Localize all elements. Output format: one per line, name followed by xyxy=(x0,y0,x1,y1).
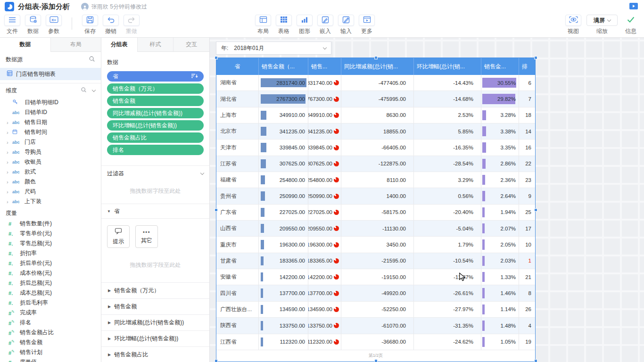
collapsed-field-section[interactable]: ▶销售金额（万元） xyxy=(101,283,209,299)
table-button[interactable]: 表格 xyxy=(273,15,294,35)
measure-item[interactable]: #.折扣率 xyxy=(0,248,101,258)
measure-item[interactable]: #.零售总额(元) xyxy=(0,239,101,248)
measure-item[interactable]: #.度量值 xyxy=(0,357,101,362)
dimension-item[interactable]: 日销单明细ID xyxy=(0,98,101,107)
measure-item[interactable]: #销售数量(件) xyxy=(0,219,101,229)
table-row[interactable]: 重庆市196300.00196300.003450.001.79%2.05%10 xyxy=(216,237,535,253)
field-pill-measure[interactable]: 销售金额 xyxy=(107,96,204,106)
table-header-cell[interactable]: 销售... xyxy=(308,58,341,75)
search-icon[interactable] xyxy=(81,87,87,94)
table-row[interactable]: 湖南省2831740.002831740.00-477405.00-14.43%… xyxy=(216,75,535,91)
measure-item[interactable]: #.零售单价(元) xyxy=(0,229,101,239)
info-button[interactable]: 信息 xyxy=(620,15,641,35)
zoom-select[interactable]: 满屏 缩放 xyxy=(584,15,620,35)
tab-grouped-table[interactable]: 分组表 xyxy=(101,38,137,52)
dimension-item[interactable]: ›abc上下装 xyxy=(0,197,101,206)
tooltip-button[interactable]: 提示 xyxy=(107,225,130,248)
year-filter-widget[interactable]: 年: 2018年01月 xyxy=(216,41,331,55)
expand-arrow-icon[interactable]: › xyxy=(7,120,12,125)
measure-item[interactable]: #✎销售金额占比 xyxy=(0,328,101,337)
redo-button[interactable]: 重做 xyxy=(121,15,142,35)
resize-handle[interactable] xyxy=(215,208,218,212)
table-row[interactable]: 陕西省133750.00133750.00-61070.00-31.35%1.4… xyxy=(216,318,535,334)
resize-handle[interactable] xyxy=(215,56,218,59)
table-row[interactable]: 山西省209550.00209550.00-11130.00-5.04%2.07… xyxy=(216,221,535,237)
dimension-item[interactable]: ›abc款式 xyxy=(0,167,101,177)
collapsed-field-section[interactable]: ▶同比增减额(总计(销售金额)) xyxy=(101,315,209,331)
collapsed-field-section[interactable]: ▶销售金额 xyxy=(101,299,209,315)
resize-handle[interactable] xyxy=(534,208,537,212)
search-icon[interactable] xyxy=(89,56,95,64)
dashboard-canvas[interactable]: 年: 2018年01月 省销售金额（...销售...同比增减额(总计(销...环… xyxy=(210,38,644,362)
resize-handle[interactable] xyxy=(215,359,218,362)
table-header-cell[interactable]: 同比增减额(总计(销... xyxy=(341,58,414,75)
table-row[interactable]: 贵州省250990.00250990.001400.000.56%2.64%9 xyxy=(216,188,535,204)
undo-button[interactable]: 撤销 xyxy=(100,15,121,35)
measure-item[interactable]: #.成本价格(元) xyxy=(0,268,101,278)
resize-handle[interactable] xyxy=(534,359,537,362)
collapsed-field-section[interactable]: ▶环比增幅(总计(销售金额)) xyxy=(101,331,209,347)
measure-item[interactable]: #✎排名 xyxy=(0,318,101,328)
table-header-cell[interactable]: 环比增幅(总计(销... xyxy=(414,58,481,75)
measure-item[interactable]: #.折后单价(元) xyxy=(0,258,101,268)
table-row[interactable]: 四川省137700.00137700.00-49920.00-26.61%1.4… xyxy=(216,285,535,301)
parameter-button[interactable]: X= 参数 xyxy=(43,15,64,35)
resize-handle[interactable] xyxy=(374,359,378,362)
table-row[interactable]: 甘肃省183365.00183365.00-21595.00-10.54%2.0… xyxy=(216,253,535,269)
dimension-item[interactable]: ›销售时间 xyxy=(0,127,101,137)
tab-style[interactable]: 样式 xyxy=(137,38,173,51)
measure-item[interactable]: #✎销售金额 xyxy=(0,337,101,347)
view-button[interactable]: 视图 xyxy=(563,15,584,35)
present-icon[interactable] xyxy=(629,2,638,11)
table-row[interactable]: 上海市349910.00349910.008630.002.53%3.28%18 xyxy=(216,107,535,123)
other-button[interactable]: ••• 其它 xyxy=(135,225,158,248)
measure-item[interactable]: #✎完成率 xyxy=(0,308,101,318)
table-row[interactable]: 江苏省307625.00307625.00-122875.00-28.54%2.… xyxy=(216,156,535,172)
chevron-down-icon[interactable] xyxy=(92,88,96,91)
field-pill-measure[interactable]: 环比增幅(总计(销售金额)) xyxy=(107,120,204,131)
tab-data[interactable]: 数据 xyxy=(0,38,50,52)
table-row[interactable]: 广西壮族自...134590.00134590.00-52250.00-27.9… xyxy=(216,302,535,318)
layout-button[interactable]: 布局 xyxy=(253,15,273,35)
measure-item[interactable]: #✎销售计划 xyxy=(0,347,101,357)
dimension-item[interactable]: ›abc颜色 xyxy=(0,177,101,187)
save-button[interactable]: 保存 xyxy=(80,15,100,35)
field-section-header[interactable]: ▼ 省 xyxy=(101,204,209,219)
collapsed-field-section[interactable]: ▶销售金额占比 xyxy=(101,347,209,362)
dimension-item[interactable]: ›abc销售日期 xyxy=(0,117,101,127)
expand-arrow-icon[interactable]: › xyxy=(7,199,12,205)
dimension-item[interactable]: ›abc导购员 xyxy=(0,147,101,157)
expand-arrow-icon[interactable]: › xyxy=(7,130,12,135)
table-header-cell[interactable]: 销售金额（... xyxy=(259,58,308,75)
expand-arrow-icon[interactable]: › xyxy=(7,149,12,155)
expand-arrow-icon[interactable]: › xyxy=(7,140,12,145)
chart-button[interactable]: 图形 xyxy=(294,15,315,35)
datasource-table-item[interactable]: 门店销售明细表 xyxy=(0,68,101,80)
table-row[interactable]: 江西省112320.00112320.00-36680.00-24.62%1.0… xyxy=(216,334,535,350)
input-button[interactable]: 输入 xyxy=(336,15,356,35)
table-header-cell[interactable]: 排 xyxy=(519,58,535,75)
expand-arrow-icon[interactable]: › xyxy=(7,159,12,165)
expand-arrow-icon[interactable]: › xyxy=(7,179,12,185)
dimension-item[interactable]: ›abc尺码 xyxy=(0,187,101,197)
measure-item[interactable]: #.折后毛利率 xyxy=(0,298,101,308)
dimension-item[interactable]: abc日销单ID xyxy=(0,107,101,117)
measure-item[interactable]: #.折后总额(元) xyxy=(0,278,101,288)
resize-handle[interactable] xyxy=(374,56,378,59)
table-header-cell[interactable]: 销售金... xyxy=(481,58,519,75)
dimension-item[interactable]: ›abc门店 xyxy=(0,137,101,147)
embed-button[interactable]: 嵌入 xyxy=(315,15,336,35)
field-pill-measure[interactable]: 排名 xyxy=(107,145,204,155)
chevron-down-icon[interactable] xyxy=(200,171,204,175)
measure-item[interactable]: #.成本总额(元) xyxy=(0,288,101,298)
expand-arrow-icon[interactable]: › xyxy=(7,169,12,175)
file-button[interactable]: 文件 xyxy=(2,15,23,35)
table-row[interactable]: 广东省227025.00227025.00-58175.00-20.40%1.9… xyxy=(216,205,535,221)
table-row[interactable]: 安徽省142200.00142200.00-19150.00-11.87%1.3… xyxy=(216,269,535,285)
field-pill-measure[interactable]: 同比增减额(总计(销售金额)) xyxy=(107,108,204,118)
expand-arrow-icon[interactable]: › xyxy=(7,189,12,195)
resize-handle[interactable] xyxy=(534,56,537,59)
table-row[interactable]: 福建省254800.00254800.008110.003.29%2.36%23 xyxy=(216,172,535,188)
field-pill-dimension[interactable]: 省 xyxy=(107,71,204,82)
data-button[interactable]: 数据 xyxy=(23,15,43,35)
